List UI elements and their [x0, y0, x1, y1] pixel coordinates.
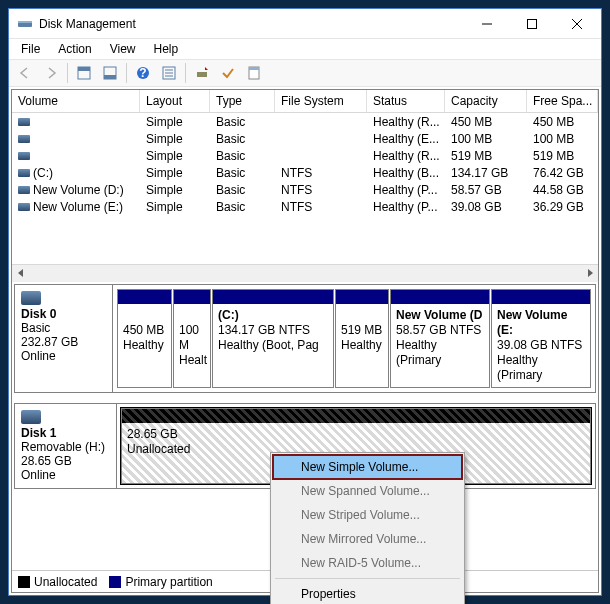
menu-view[interactable]: View: [102, 40, 144, 58]
view-top-button[interactable]: [72, 62, 96, 84]
col-capacity[interactable]: Capacity: [445, 90, 527, 112]
properties-button[interactable]: [242, 62, 266, 84]
volume-icon: [18, 169, 30, 177]
cell-capacity: 58.57 GB: [445, 182, 527, 198]
partition-text: New Volume (E:39.08 GB NTFSHealthy (Prim…: [492, 304, 590, 387]
partition-colorbar: [492, 290, 590, 304]
col-freespace[interactable]: Free Spa...: [527, 90, 598, 112]
disk0-partition[interactable]: New Volume (E:39.08 GB NTFSHealthy (Prim…: [491, 289, 591, 388]
partition-size: 134.17 GB NTFS: [218, 323, 328, 338]
table-row[interactable]: (C:)SimpleBasicNTFSHealthy (B...134.17 G…: [12, 164, 598, 181]
partition-size: 100 M: [179, 323, 205, 353]
legend-primary-label: Primary partition: [125, 575, 212, 589]
menu-file[interactable]: File: [13, 40, 48, 58]
horizontal-scrollbar[interactable]: [12, 264, 598, 281]
partition-colorbar: [174, 290, 210, 304]
menu-separator: [275, 578, 460, 579]
menu-new-spanned-volume: New Spanned Volume...: [273, 479, 462, 503]
disk0-partition[interactable]: New Volume (D58.57 GB NTFSHealthy (Prima…: [390, 289, 490, 388]
partition-status: Healthy (Primary: [396, 338, 484, 368]
cell-status: Healthy (P...: [367, 199, 445, 215]
menu-help[interactable]: Help: [146, 40, 187, 58]
col-type[interactable]: Type: [210, 90, 275, 112]
disk0-block: Disk 0 Basic 232.87 GB Online 450 MBHeal…: [14, 284, 596, 393]
partition-status: Healthy: [123, 338, 166, 353]
cell-status: Healthy (R...: [367, 114, 445, 130]
close-button[interactable]: [554, 9, 599, 38]
toolbar-separator: [126, 63, 127, 83]
disk0-partition[interactable]: 450 MBHealthy: [117, 289, 172, 388]
legend-unallocated-label: Unallocated: [34, 575, 97, 589]
table-row[interactable]: SimpleBasicHealthy (R...450 MB450 MB: [12, 113, 598, 130]
partition-size: 519 MB: [341, 323, 383, 338]
volume-icon: [18, 152, 30, 160]
volume-list[interactable]: Volume Layout Type File System Status Ca…: [12, 90, 598, 282]
menu-properties[interactable]: Properties: [273, 582, 462, 604]
legend-unallocated: Unallocated: [18, 575, 97, 589]
disk0-type: Basic: [21, 321, 106, 335]
table-row[interactable]: SimpleBasicHealthy (E...100 MB100 MB: [12, 130, 598, 147]
back-button: [13, 62, 37, 84]
disk0-state: Online: [21, 349, 106, 363]
partition-text: 100 MHealt: [174, 304, 210, 372]
disk1-type: Removable (H:): [21, 440, 110, 454]
disk0-info[interactable]: Disk 0 Basic 232.87 GB Online: [15, 285, 113, 392]
svg-rect-1: [18, 21, 32, 23]
disk1-info[interactable]: Disk 1 Removable (H:) 28.65 GB Online: [15, 404, 117, 488]
refresh-button[interactable]: [190, 62, 214, 84]
table-row[interactable]: New Volume (D:)SimpleBasicNTFSHealthy (P…: [12, 181, 598, 198]
cell-layout: Simple: [140, 114, 210, 130]
menu-new-striped-volume: New Striped Volume...: [273, 503, 462, 527]
partition-colorbar: [336, 290, 388, 304]
checkmark-button[interactable]: [216, 62, 240, 84]
volume-icon: [18, 135, 30, 143]
legend-primary: Primary partition: [109, 575, 212, 589]
menu-action[interactable]: Action: [50, 40, 99, 58]
disk0-partition[interactable]: 100 MHealt: [173, 289, 211, 388]
scroll-left-button[interactable]: [12, 265, 29, 282]
table-row[interactable]: New Volume (E:)SimpleBasicNTFSHealthy (P…: [12, 198, 598, 215]
table-row[interactable]: SimpleBasicHealthy (R...519 MB519 MB: [12, 147, 598, 164]
disk1-name: Disk 1: [21, 426, 110, 440]
cell-fs: [275, 155, 367, 157]
cell-fs: NTFS: [275, 199, 367, 215]
cell-volume: New Volume (D:): [33, 183, 124, 197]
col-layout[interactable]: Layout: [140, 90, 210, 112]
menu-new-simple-volume[interactable]: New Simple Volume...: [273, 455, 462, 479]
help-button[interactable]: ?: [131, 62, 155, 84]
partition-size: 28.65 GB: [127, 427, 585, 442]
cell-status: Healthy (P...: [367, 182, 445, 198]
menu-new-raid5-volume: New RAID-5 Volume...: [273, 551, 462, 575]
col-volume[interactable]: Volume: [12, 90, 140, 112]
disk0-name: Disk 0: [21, 307, 106, 321]
cell-free: 44.58 GB: [527, 182, 598, 198]
view-bottom-button[interactable]: [98, 62, 122, 84]
scroll-track[interactable]: [29, 265, 581, 282]
titlebar[interactable]: Disk Management: [9, 9, 601, 39]
minimize-button[interactable]: [464, 9, 509, 38]
cell-status: Healthy (E...: [367, 131, 445, 147]
col-status[interactable]: Status: [367, 90, 445, 112]
volume-rows[interactable]: SimpleBasicHealthy (R...450 MB450 MBSimp…: [12, 113, 598, 264]
scroll-right-button[interactable]: [581, 265, 598, 282]
disk0-partition[interactable]: 519 MBHealthy: [335, 289, 389, 388]
cell-volume: (C:): [33, 166, 53, 180]
toolbar: ?: [9, 59, 601, 87]
disk0-partition[interactable]: (C:)134.17 GB NTFSHealthy (Boot, Pag: [212, 289, 334, 388]
partition-size: 58.57 GB NTFS: [396, 323, 484, 338]
cell-layout: Simple: [140, 165, 210, 181]
toolbar-separator: [67, 63, 68, 83]
disk1-state: Online: [21, 468, 110, 482]
maximize-button[interactable]: [509, 9, 554, 38]
cell-fs: [275, 138, 367, 140]
forward-button: [39, 62, 63, 84]
cell-free: 450 MB: [527, 114, 598, 130]
partition-title: New Volume (E:: [497, 308, 567, 337]
partition-colorbar: [122, 409, 590, 423]
settings-button[interactable]: [157, 62, 181, 84]
partition-text: New Volume (D58.57 GB NTFSHealthy (Prima…: [391, 304, 489, 372]
partition-text: 519 MBHealthy: [336, 304, 388, 357]
partition-colorbar: [118, 290, 171, 304]
partition-size: 450 MB: [123, 323, 166, 338]
col-filesystem[interactable]: File System: [275, 90, 367, 112]
